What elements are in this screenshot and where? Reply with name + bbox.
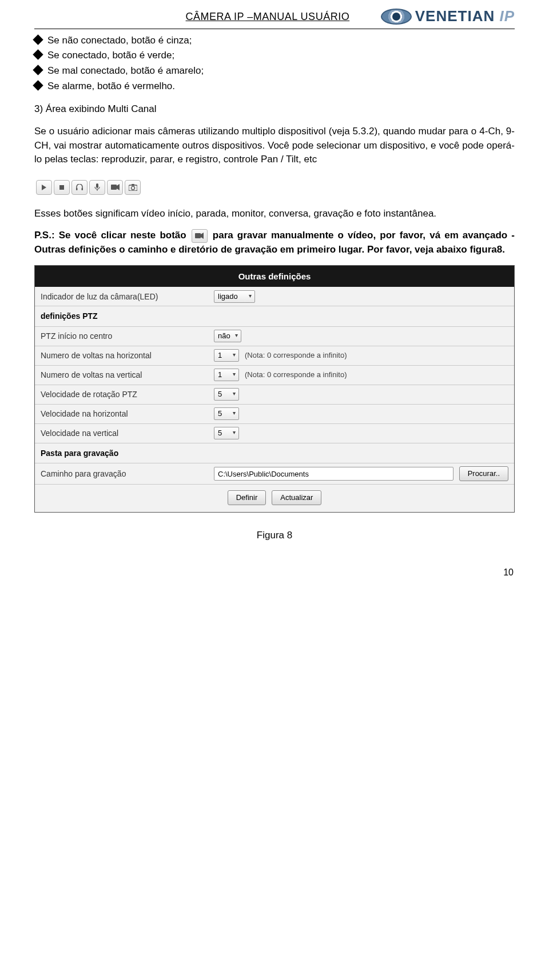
diamond-icon (33, 65, 43, 75)
h-speed-select[interactable]: 5 (214, 407, 239, 420)
action-row: Definir Actualizar (35, 485, 514, 512)
snapshot-icon[interactable] (125, 180, 141, 195)
ptz-speed-select[interactable]: 5 (214, 388, 239, 401)
play-icon[interactable] (36, 180, 52, 195)
camera-icon[interactable] (107, 180, 123, 195)
section-header-ptz: definições PTZ (35, 306, 514, 326)
section-heading: 3) Área exibindo Multi Canal (34, 102, 515, 117)
v-turns-select[interactable]: 1 (214, 369, 239, 381)
figure-caption: Figura 8 (34, 529, 515, 543)
list-item: Se alarme, botão é vermelho. (34, 79, 515, 94)
form-row-h-speed: Velocidade na horizontal 5 (35, 405, 514, 424)
svg-marker-12 (201, 233, 204, 239)
eye-icon (381, 9, 412, 25)
svg-rect-9 (132, 184, 134, 186)
form-row-ptz-center: PTZ início no centro não (35, 327, 514, 346)
diamond-icon (33, 34, 43, 45)
form-row-v-turns: Numero de voltas na vertical 1 (Nota: 0 … (35, 366, 514, 385)
page-header: CÂMERA IP –MANUAL USUÁRIO VENETIAN IP (34, 6, 515, 27)
v-speed-select[interactable]: 5 (214, 427, 239, 439)
svg-rect-6 (111, 185, 117, 190)
header-title: CÂMERA IP –MANUAL USUÁRIO (154, 9, 381, 24)
svg-rect-2 (76, 188, 78, 190)
form-row-v-speed: Velocidade na vertical 5 (35, 424, 514, 443)
row-label: Velocidade de rotação PTZ (35, 385, 209, 403)
row-label: Caminho para gravação (35, 465, 209, 483)
row-label: Velocidade na vertical (35, 424, 209, 442)
row-label: Velocidade na horizontal (35, 405, 209, 423)
form-row-ptz-speed: Velocidade de rotação PTZ 5 (35, 385, 514, 405)
svg-marker-0 (42, 185, 46, 190)
list-item: Se conectado, botão é verde; (34, 49, 515, 63)
control-button-strip (34, 178, 142, 197)
form-area: Indicador de luz da câmara(LED) ligado d… (35, 287, 514, 512)
form-row-h-turns: Numero de voltas na horizontal 1 (Nota: … (35, 346, 514, 366)
section-header-record-folder: Pasta para gravação (35, 443, 514, 463)
brand-logo: VENETIAN IP (381, 6, 515, 27)
bullet-list: Se não conectado, botão é cinza; Se cone… (34, 34, 515, 94)
refresh-button[interactable]: Actualizar (272, 490, 321, 505)
svg-marker-7 (117, 184, 120, 190)
logo-text: VENETIAN IP (415, 6, 515, 27)
list-item: Se mal conectado, botão é amarelo; (34, 64, 515, 78)
svg-rect-1 (59, 185, 64, 190)
stop-icon[interactable] (54, 180, 70, 195)
ptz-center-select[interactable]: não (214, 330, 241, 342)
browse-button[interactable]: Procurar.. (459, 466, 508, 481)
list-item: Se não conectado, botão é cinza; (34, 34, 515, 48)
record-camera-icon (192, 229, 208, 243)
page-number: 10 (34, 566, 515, 579)
svg-rect-3 (82, 188, 83, 190)
svg-point-10 (131, 186, 134, 190)
h-turns-select[interactable]: 1 (214, 349, 239, 362)
paragraph: Esses botões significam vídeo início, pa… (34, 207, 515, 221)
diamond-icon (33, 80, 43, 90)
row-label: Indicador de luz da câmara(LED) (35, 287, 209, 306)
divider (34, 29, 515, 29)
diamond-icon (33, 50, 43, 60)
mic-icon[interactable] (89, 180, 105, 195)
paragraph: Se o usuário adicionar mais câmeras util… (34, 125, 515, 167)
ps-paragraph: P.S.: Se você clicar neste botão para gr… (34, 229, 515, 257)
row-label: PTZ início no centro (35, 327, 209, 345)
led-select[interactable]: ligado (214, 290, 255, 303)
settings-panel: Outras definições Indicador de luz da câ… (34, 265, 515, 513)
headphones-icon[interactable] (71, 180, 87, 195)
row-label: Numero de voltas na vertical (35, 366, 209, 384)
svg-rect-4 (96, 183, 98, 188)
row-label: Numero de voltas na horizontal (35, 346, 209, 365)
record-path-input[interactable] (214, 467, 453, 481)
form-row-record-path: Caminho para gravação Procurar.. (35, 463, 514, 485)
note-text: (Nota: 0 corresponde a infinito) (245, 370, 347, 381)
note-text: (Nota: 0 corresponde a infinito) (245, 350, 347, 361)
panel-title: Outras definições (35, 266, 514, 287)
apply-button[interactable]: Definir (228, 490, 266, 505)
svg-rect-11 (195, 233, 201, 238)
form-row-led: Indicador de luz da câmara(LED) ligado (35, 287, 514, 306)
